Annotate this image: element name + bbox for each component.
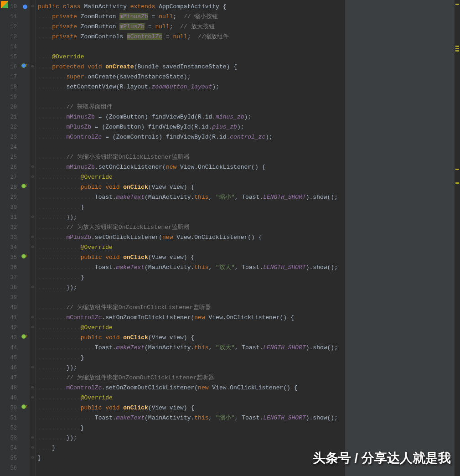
line-number: 33 bbox=[0, 233, 21, 243]
line-number: 30 bbox=[0, 202, 21, 212]
fold-toggle[interactable]: ⊖ bbox=[31, 436, 35, 440]
fold-toggle[interactable]: ⊖ bbox=[31, 245, 35, 249]
code-line[interactable]: ........super.onCreate(savedInstanceStat… bbox=[38, 72, 345, 82]
line-number: 21 bbox=[0, 112, 21, 122]
code-line[interactable]: ....@Override bbox=[38, 52, 345, 62]
code-line[interactable]: ........// 为缩小按钮绑定OnClickListener监听器 bbox=[38, 152, 345, 162]
code-line[interactable]: ........mControlZc = (ZoomControls) find… bbox=[38, 132, 345, 142]
code-line[interactable]: ........// 为放大按钮绑定OnClickListener监听器 bbox=[38, 222, 345, 233]
line-number: 40 bbox=[0, 303, 21, 313]
code-line[interactable]: ................Toast.makeText(MainActiv… bbox=[38, 192, 345, 202]
fold-toggle[interactable]: ⊖ bbox=[31, 5, 35, 9]
line-number: 35 bbox=[0, 253, 21, 263]
code-line[interactable]: ............} bbox=[38, 423, 345, 433]
line-number: 48 bbox=[0, 383, 21, 393]
fold-toggle[interactable]: ⊖ bbox=[31, 316, 35, 320]
line-number: 29 bbox=[0, 192, 21, 202]
code-line[interactable]: ....protected void onCreate(Bundle saved… bbox=[38, 62, 345, 72]
fold-toggle[interactable]: ⊖ bbox=[31, 215, 35, 219]
code-line[interactable]: ........}); bbox=[38, 433, 345, 443]
code-line[interactable] bbox=[38, 142, 345, 152]
code-line[interactable]: ............} bbox=[38, 273, 345, 283]
fold-toggle[interactable]: ⊖ bbox=[31, 396, 35, 400]
code-line[interactable]: ............public void onClick(View vie… bbox=[38, 253, 345, 263]
fold-toggle[interactable]: ⊖ bbox=[31, 366, 35, 370]
minimap-scrollbar[interactable] bbox=[455, 0, 460, 476]
line-number-gutter: 1011121314151617181920212223242526272829… bbox=[0, 0, 21, 476]
code-line[interactable]: ............@Override bbox=[38, 323, 345, 333]
line-number: 32 bbox=[0, 222, 21, 233]
line-number: 12 bbox=[0, 22, 21, 32]
code-line[interactable]: ........mControlZc.setOnZoomInClickListe… bbox=[38, 313, 345, 323]
code-line[interactable]: ....} bbox=[38, 443, 345, 453]
fold-toggle[interactable]: ⊖ bbox=[31, 285, 35, 290]
implement-gutter-icon[interactable] bbox=[21, 404, 26, 409]
line-number: 50 bbox=[0, 403, 21, 413]
code-line[interactable]: ........mPlusZb = (ZoomButton) findViewB… bbox=[38, 122, 345, 132]
implement-gutter-icon[interactable] bbox=[21, 184, 26, 188]
fold-toggle[interactable]: ⊖ bbox=[31, 456, 35, 460]
fold-column: ⊖⊖⊖⊖⊖⊖⊖⊖⊖⊖⊖⊖⊖⊖⊖⊖ bbox=[30, 0, 36, 476]
code-line[interactable]: ........mPlusZb.setOnClickListener(new V… bbox=[38, 233, 345, 243]
line-number: 34 bbox=[0, 243, 21, 253]
code-line[interactable] bbox=[38, 92, 345, 102]
implement-gutter-icon[interactable] bbox=[21, 334, 26, 339]
code-line[interactable] bbox=[38, 463, 345, 473]
code-line[interactable] bbox=[38, 293, 345, 303]
code-line[interactable]: ........mMinusZb = (ZoomButton) findView… bbox=[38, 112, 345, 122]
code-line[interactable]: ....private ZoomButton mPlusZb = null; /… bbox=[38, 22, 345, 32]
code-line[interactable]: ............} bbox=[38, 353, 345, 363]
code-line[interactable]: ........}); bbox=[38, 283, 345, 293]
line-number: 49 bbox=[0, 393, 21, 403]
code-line[interactable]: ............public void onClick(View vie… bbox=[38, 333, 345, 343]
line-number: 11 bbox=[0, 12, 21, 22]
code-line[interactable]: ........// 为缩放组件绑定OnZoomInClickListener监… bbox=[38, 303, 345, 313]
line-number: 44 bbox=[0, 343, 21, 353]
fold-toggle[interactable]: ⊖ bbox=[31, 446, 35, 450]
line-number: 25 bbox=[0, 152, 21, 162]
code-line[interactable]: ....private ZoomButton mMinusZb = null; … bbox=[38, 12, 345, 22]
line-number: 47 bbox=[0, 373, 21, 383]
line-number: 52 bbox=[0, 423, 21, 433]
override-gutter-icon[interactable] bbox=[21, 63, 26, 68]
code-line[interactable]: ........// 获取界面组件 bbox=[38, 102, 345, 112]
code-line[interactable]: ........mMinusZb.setOnClickListener(new … bbox=[38, 162, 345, 172]
code-line[interactable]: ................Toast.makeText(MainActiv… bbox=[38, 263, 345, 273]
code-line[interactable]: ........setContentView(R.layout.zoombutt… bbox=[38, 82, 345, 92]
line-number: 31 bbox=[0, 212, 21, 222]
code-line[interactable]: public class MainActivity extends AppCom… bbox=[38, 2, 345, 12]
line-number: 16 bbox=[0, 62, 21, 72]
fold-toggle[interactable]: ⊖ bbox=[31, 235, 35, 239]
code-line[interactable]: ............public void onClick(View vie… bbox=[38, 403, 345, 413]
line-number: 45 bbox=[0, 353, 21, 363]
line-number: 10 bbox=[0, 2, 21, 12]
code-line[interactable]: ........}); bbox=[38, 212, 345, 222]
line-number: 42 bbox=[0, 323, 21, 333]
fold-toggle[interactable]: ⊖ bbox=[31, 165, 35, 169]
code-line[interactable]: ................Toast.makeText(MainActiv… bbox=[38, 413, 345, 423]
code-line[interactable]: ............@Override bbox=[38, 243, 345, 253]
code-line[interactable]: ............} bbox=[38, 202, 345, 212]
code-line[interactable]: } bbox=[38, 453, 345, 463]
code-line[interactable] bbox=[38, 42, 345, 52]
class-gutter-icon[interactable] bbox=[21, 3, 29, 10]
fold-toggle[interactable]: ⊖ bbox=[31, 386, 35, 390]
line-number: 14 bbox=[0, 42, 21, 52]
code-content[interactable]: public class MainActivity extends AppCom… bbox=[36, 0, 345, 476]
minimap-mark bbox=[455, 48, 459, 49]
line-number: 24 bbox=[0, 142, 21, 152]
code-line[interactable]: ............@Override bbox=[38, 393, 345, 403]
minimap-mark bbox=[455, 182, 459, 184]
code-line[interactable]: ................Toast.makeText(MainActiv… bbox=[38, 343, 345, 353]
code-line[interactable]: ........mControlZc.setOnZoomOutClickList… bbox=[38, 383, 345, 393]
code-line[interactable]: ............public void onClick(View vie… bbox=[38, 182, 345, 192]
code-line[interactable]: ....private ZoomControls mControlZc = nu… bbox=[38, 32, 345, 42]
fold-toggle[interactable]: ⊖ bbox=[31, 175, 35, 179]
code-line[interactable]: ............@Override bbox=[38, 172, 345, 182]
implement-gutter-icon[interactable] bbox=[21, 254, 26, 259]
line-number: 37 bbox=[0, 273, 21, 283]
fold-toggle[interactable]: ⊖ bbox=[31, 65, 35, 69]
code-line[interactable]: ........}); bbox=[38, 363, 345, 373]
fold-toggle[interactable]: ⊖ bbox=[31, 326, 35, 330]
code-line[interactable]: ........// 为缩放组件绑定OnZoomOutClickListener… bbox=[38, 373, 345, 383]
